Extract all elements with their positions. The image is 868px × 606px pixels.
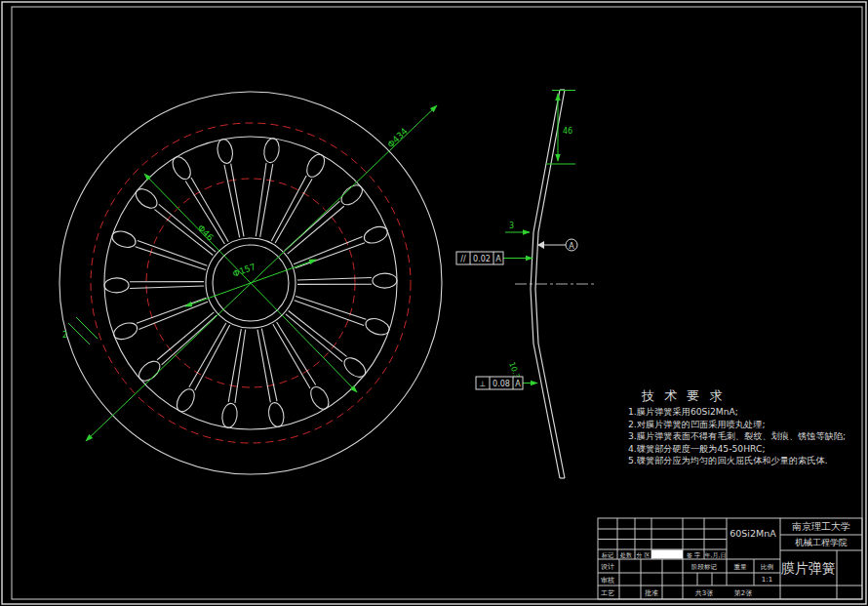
title-block-university: 南京理工大学 bbox=[792, 521, 850, 532]
title-block-department: 机械工程学院 bbox=[795, 538, 848, 547]
scale-value: 1:1 bbox=[762, 576, 772, 584]
tech-requirement-item: 3.膜片弹簧表面不得有毛刺、裂纹、划痕、锈蚀等缺陷; bbox=[628, 430, 846, 441]
drawing-border bbox=[2, 2, 866, 604]
datum-label: A bbox=[569, 242, 574, 251]
dim-finger-height-label: 46 bbox=[563, 127, 572, 136]
weight-label: 重量 bbox=[734, 563, 748, 571]
tolerance-runout-symbol: ⊥ bbox=[480, 380, 487, 388]
sign-row-approve: 批准 bbox=[645, 589, 658, 597]
sign-row-check: 审核 bbox=[601, 577, 614, 585]
sheet-total: 共3张 bbox=[695, 589, 713, 597]
dim-slot-width-label: 2 bbox=[62, 331, 67, 340]
tolerance-parallelism-datum: A bbox=[495, 255, 501, 263]
tech-requirement-item: 1.膜片弹簧采用60Si2MnA; bbox=[628, 406, 738, 417]
revision-header: 标记 bbox=[601, 551, 613, 559]
revision-header: 分 区 bbox=[637, 551, 651, 558]
front-view: Φ434 Φ46 Φ157 2 bbox=[59, 92, 442, 474]
tech-requirement-item: 5.碟簧部分应为均匀的回火屈氏体和少量的索氏体. bbox=[628, 455, 828, 465]
tolerance-parallelism-symbol: // bbox=[460, 255, 466, 263]
tolerance-frame-parallelism: // 0.02 A bbox=[456, 252, 503, 264]
sheet-number: 第2张 bbox=[734, 589, 752, 597]
tolerance-runout-value: 0.08 bbox=[493, 380, 510, 388]
revision-header: 处数 bbox=[619, 551, 632, 559]
drawing-sheet: Φ434 Φ46 Φ157 2 46 3 10.33° // bbox=[0, 0, 868, 606]
tech-requirements-title: 技 术 要 求 bbox=[641, 388, 725, 403]
stage-label: 阶段标记 bbox=[691, 563, 718, 571]
tolerance-frame-runout: ⊥ 0.08 A bbox=[476, 377, 523, 389]
dim-thickness-label: 3 bbox=[509, 222, 514, 230]
revision-header: 年,月,日 bbox=[705, 551, 727, 559]
tolerance-runout-datum: A bbox=[515, 380, 521, 388]
tech-requirement-item: 4.碟簧部分硬度一般为45-50HRC; bbox=[628, 443, 766, 454]
datum-symbol: A bbox=[537, 239, 577, 251]
dim-outer-diameter-label: Φ434 bbox=[385, 126, 410, 149]
revision-header: 签 字 bbox=[687, 551, 700, 558]
title-block: 南京理工大学 机械工程学院 60Si2MnA 膜片弹簧 标记 处数 分 区 签 … bbox=[598, 518, 862, 599]
dim-mid-diameter-label: Φ46 bbox=[196, 222, 216, 242]
side-view: 46 3 10.33° // 0.02 A ⊥ 0.08 A A bbox=[456, 90, 597, 478]
title-block-material: 60Si2MnA bbox=[730, 528, 776, 539]
title-block-part-name: 膜片弹簧 bbox=[781, 560, 836, 576]
tolerance-parallelism-value: 0.02 bbox=[473, 255, 491, 263]
sign-row-design: 设计 bbox=[601, 563, 614, 571]
sign-row-process: 工艺 bbox=[601, 589, 614, 597]
tech-requirement-item: 2.对膜片弹簧的凹面采用喷丸处理; bbox=[628, 419, 766, 429]
scale-label: 比例 bbox=[761, 563, 773, 571]
tech-requirements: 技 术 要 求 1.膜片弹簧采用60Si2MnA; 2.对膜片弹簧的凹面采用喷丸… bbox=[628, 388, 846, 465]
cad-canvas: Φ434 Φ46 Φ157 2 46 3 10.33° // bbox=[0, 0, 868, 606]
revision-filled-cell bbox=[651, 550, 683, 559]
